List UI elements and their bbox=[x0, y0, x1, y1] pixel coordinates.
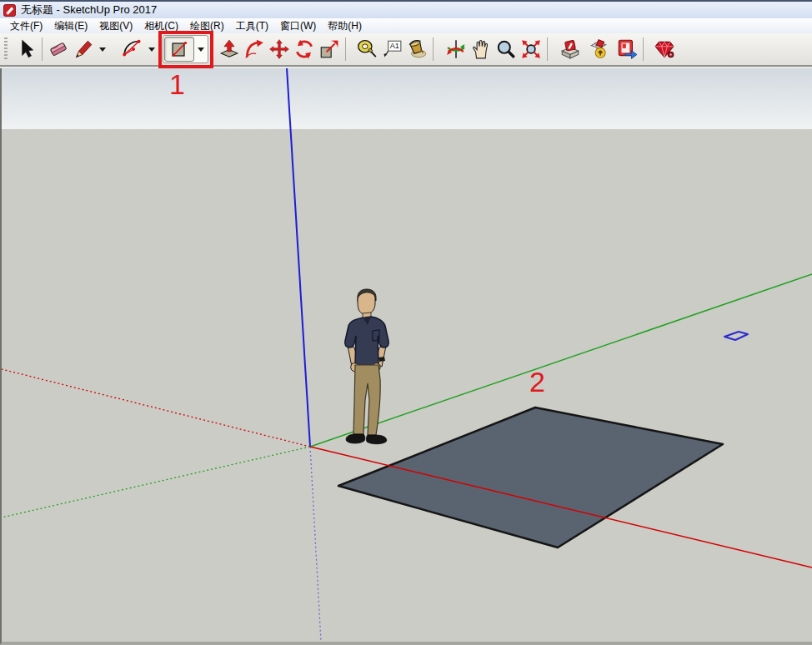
scene-canvas bbox=[2, 68, 812, 642]
text-tool-button[interactable]: A1 bbox=[379, 36, 404, 62]
rotate-icon bbox=[293, 38, 315, 60]
select-icon bbox=[15, 38, 37, 60]
send-to-layout-button[interactable] bbox=[614, 36, 639, 62]
extension-warehouse-icon bbox=[654, 38, 675, 60]
person-watch bbox=[378, 357, 385, 362]
annotation-step-1: 1 bbox=[169, 70, 185, 98]
modeling-viewport[interactable]: 2 bbox=[0, 68, 812, 645]
pencil-icon bbox=[73, 38, 94, 60]
person-right-shoe bbox=[366, 435, 386, 444]
move-button[interactable] bbox=[267, 36, 292, 62]
ground bbox=[2, 129, 812, 642]
rectangle-tool-group bbox=[163, 35, 208, 63]
menu-draw[interactable]: 绘图(R) bbox=[184, 18, 230, 34]
menu-window[interactable]: 窗口(W) bbox=[274, 18, 322, 34]
window-title: 无标题 - SketchUp Pro 2017 bbox=[21, 2, 157, 18]
zoom-icon bbox=[495, 38, 517, 60]
sketchup-window: 无标题 - SketchUp Pro 2017 文件(F) 编辑(E) 视图(V… bbox=[0, 0, 812, 645]
arc-tool-dropdown[interactable] bbox=[145, 36, 158, 62]
menu-camera[interactable]: 相机(C) bbox=[138, 18, 184, 34]
person-left-shoe bbox=[346, 434, 365, 443]
pan-button[interactable] bbox=[469, 36, 494, 62]
rectangle-tool-dropdown[interactable] bbox=[194, 36, 207, 62]
menu-edit[interactable]: 编辑(E) bbox=[48, 18, 93, 34]
extension-warehouse-button[interactable] bbox=[652, 36, 677, 62]
tape-measure-icon bbox=[356, 38, 378, 60]
share-model-button[interactable] bbox=[586, 36, 611, 62]
zoom-extents-icon bbox=[520, 38, 542, 60]
line-tool-button[interactable] bbox=[71, 36, 96, 62]
menu-bar: 文件(F) 编辑(E) 视图(V) 相机(C) 绘图(R) 工具(T) 窗口(W… bbox=[0, 18, 812, 33]
eraser-button[interactable] bbox=[46, 36, 71, 62]
text-icon: A1 bbox=[381, 38, 403, 60]
toolbar-separator bbox=[643, 38, 644, 61]
push-pull-icon bbox=[218, 38, 240, 60]
menu-file[interactable]: 文件(F) bbox=[4, 18, 48, 34]
arc-tool-button[interactable] bbox=[120, 36, 145, 62]
toolbar-grip[interactable] bbox=[4, 38, 8, 61]
toolbar: A1 bbox=[0, 33, 812, 67]
eraser-icon bbox=[48, 38, 69, 60]
push-pull-button[interactable] bbox=[217, 36, 242, 62]
select-button[interactable] bbox=[13, 36, 38, 62]
sky bbox=[2, 68, 812, 129]
chevron-down-icon bbox=[198, 48, 204, 52]
toolbar-separator bbox=[42, 38, 43, 61]
get-models-button[interactable] bbox=[558, 36, 583, 62]
follow-me-icon bbox=[243, 38, 265, 60]
rotate-button[interactable] bbox=[292, 36, 317, 62]
menu-help[interactable]: 帮助(H) bbox=[322, 18, 368, 34]
zoom-button[interactable] bbox=[494, 36, 519, 62]
move-icon bbox=[268, 38, 290, 60]
tape-measure-button[interactable] bbox=[354, 36, 379, 62]
scale-icon bbox=[318, 38, 340, 60]
scale-button[interactable] bbox=[317, 36, 342, 62]
pan-icon bbox=[470, 38, 492, 60]
rectangle-icon bbox=[169, 39, 189, 59]
sketchup-logo-icon bbox=[3, 4, 16, 17]
3d-warehouse-icon bbox=[559, 38, 581, 60]
follow-me-button[interactable] bbox=[242, 36, 267, 62]
menu-view[interactable]: 视图(V) bbox=[93, 18, 138, 34]
chevron-down-icon bbox=[99, 48, 106, 52]
title-bar: 无标题 - SketchUp Pro 2017 bbox=[0, 0, 812, 18]
toolbar-separator bbox=[433, 38, 434, 61]
orbit-icon bbox=[445, 38, 467, 60]
arc-icon bbox=[122, 38, 143, 60]
orbit-button[interactable] bbox=[444, 36, 469, 62]
menu-tools[interactable]: 工具(T) bbox=[230, 18, 274, 34]
toolbar-separator bbox=[547, 38, 548, 61]
paint-bucket-button[interactable] bbox=[404, 36, 429, 62]
toolbar-separator bbox=[345, 38, 346, 61]
person-face bbox=[358, 292, 375, 315]
zoom-extents-button[interactable] bbox=[519, 36, 544, 62]
paint-bucket-icon bbox=[406, 38, 428, 60]
text-icon-glyph: A1 bbox=[390, 42, 399, 50]
rectangle-tool-button[interactable] bbox=[164, 37, 194, 62]
layout-icon bbox=[616, 38, 638, 60]
line-tool-dropdown[interactable] bbox=[96, 36, 108, 62]
annotation-step-2: 2 bbox=[529, 368, 545, 396]
chevron-down-icon bbox=[148, 48, 155, 52]
share-model-icon bbox=[588, 38, 609, 60]
